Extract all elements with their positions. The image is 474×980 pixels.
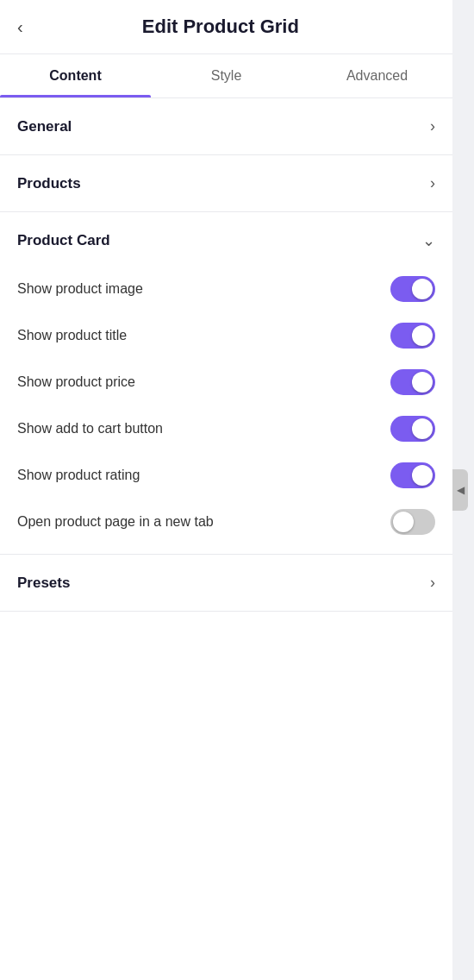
side-handle-arrow-icon: ◀ — [457, 484, 465, 496]
toggle-row-show-image: Show product image — [17, 266, 435, 312]
toggle-row-show-title: Show product title — [17, 312, 435, 359]
toggle-show-cart[interactable] — [390, 416, 435, 442]
section-general[interactable]: General › — [0, 98, 452, 155]
section-product-card: Product Card ⌄ Show product image Show p… — [0, 212, 452, 555]
toggle-row-open-new-tab: Open product page in a new tab — [17, 499, 435, 545]
toggle-label-show-title: Show product title — [17, 328, 127, 343]
back-button[interactable]: ‹ — [17, 18, 23, 35]
tabs-bar: Content Style Advanced — [0, 54, 452, 98]
section-presets[interactable]: Presets › — [0, 555, 452, 612]
toggle-label-open-new-tab: Open product page in a new tab — [17, 514, 214, 530]
product-card-header[interactable]: Product Card ⌄ — [0, 212, 452, 266]
tab-style[interactable]: Style — [151, 54, 302, 97]
toggle-label-show-cart: Show add to cart button — [17, 421, 163, 437]
toggle-open-new-tab[interactable] — [390, 509, 435, 535]
toggle-row-show-price: Show product price — [17, 359, 435, 405]
chevron-right-icon: › — [430, 174, 435, 192]
page-title: Edit Product Grid — [34, 16, 408, 38]
chevron-right-icon: › — [430, 574, 435, 592]
toggle-label-show-price: Show product price — [17, 374, 135, 390]
toggle-row-show-rating: Show product rating — [17, 452, 435, 499]
section-products[interactable]: Products › — [0, 155, 452, 212]
section-presets-label: Presets — [17, 575, 70, 592]
section-products-label: Products — [17, 175, 81, 192]
editor-panel: ‹ Edit Product Grid Content Style Advanc… — [0, 0, 452, 980]
side-handle[interactable]: ◀ — [452, 469, 468, 511]
toggle-label-show-rating: Show product rating — [17, 468, 140, 483]
section-general-label: General — [17, 118, 72, 135]
header: ‹ Edit Product Grid — [0, 0, 452, 54]
toggle-show-price[interactable] — [390, 369, 435, 395]
product-card-label: Product Card — [17, 232, 110, 249]
chevron-right-icon: › — [430, 117, 435, 135]
toggle-label-show-image: Show product image — [17, 281, 143, 297]
toggle-show-rating[interactable] — [390, 462, 435, 488]
toggle-list: Show product image Show product title — [0, 266, 452, 554]
toggle-show-title[interactable] — [390, 323, 435, 349]
tab-content[interactable]: Content — [0, 54, 151, 97]
tab-advanced[interactable]: Advanced — [302, 54, 452, 97]
toggle-show-image[interactable] — [390, 276, 435, 302]
chevron-down-icon: ⌄ — [422, 231, 435, 250]
toggle-row-show-cart: Show add to cart button — [17, 405, 435, 452]
